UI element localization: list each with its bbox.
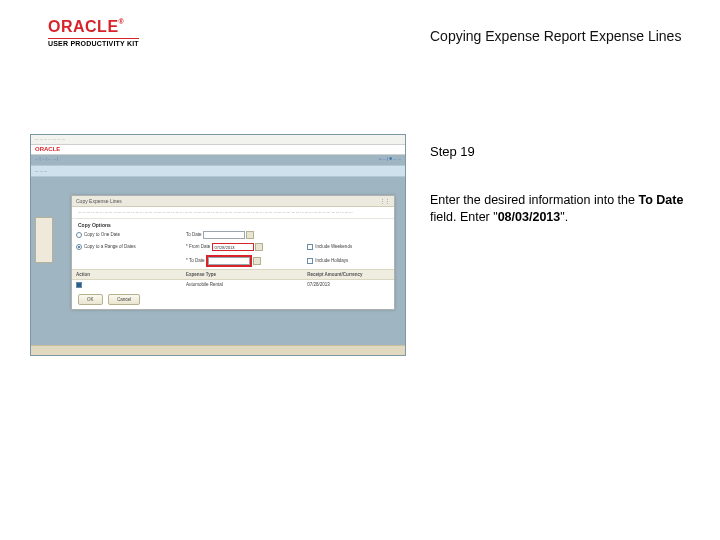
ok-button[interactable]: OK [78,294,103,305]
dialog-footer: OK Cancel [72,290,394,309]
upk-subtitle: USER PRODUCTIVITY KIT [48,38,139,47]
oracle-wordmark: ORACLE® [48,18,139,36]
subnav-left: ... | ... | ... ... | [35,156,58,161]
desc-lead: Enter the desired information into the [430,193,638,207]
radio-range[interactable] [76,244,82,250]
step-label: Step 19 [430,144,475,159]
radio-one-date[interactable] [76,232,82,238]
include-weekends-label: Include Weekends [315,244,352,249]
include-holidays-checkbox[interactable] [307,258,313,264]
calendar-icon[interactable] [246,231,254,239]
single-to-date-label: To Date [186,232,202,237]
radio-one-date-label: Copy to One Date [84,232,120,237]
from-date-input[interactable]: 07/28/2013 [212,243,254,251]
include-weekends-checkbox[interactable] [307,244,313,250]
app-body: Copy Expense Lines ⋮⋮ ... ... ... ... ..… [31,177,405,353]
col-action: Action [72,269,182,279]
row-select-checkbox[interactable] [76,282,82,288]
from-date-label: * From Date [186,244,210,249]
radio-range-label: Copy to a Range of Dates [84,244,136,249]
app-subnav: ... | ... | ... ... | ⌂ ... | ✱ ... ... [31,155,405,165]
desc-mid: field. Enter " [430,210,498,224]
page-title: Copying Expense Report Expense Lines [430,28,681,44]
sidebar-fragment [35,217,53,263]
mini-oracle-logo: ORACLE [35,146,60,152]
brand-text: ORACLE [48,18,119,35]
to-date-highlight [206,255,252,267]
copy-options-table: Copy to One Date To Date Copy to a Range… [72,229,394,290]
single-to-date-input[interactable] [203,231,245,239]
calendar-icon[interactable] [253,257,261,265]
desc-end: ". [560,210,568,224]
include-holidays-label: Include Holidays [315,258,348,263]
col-amount: Receipt Amount/Currency [303,269,394,279]
dialog-title-text: Copy Expense Lines [76,198,122,204]
expense-grid-header: Action Expense Type Receipt Amount/Curre… [72,269,394,279]
desc-value: 08/03/2013 [498,210,561,224]
col-type: Expense Type [182,269,303,279]
step-description: Enter the desired information into the T… [430,192,690,226]
to-date-input[interactable] [208,257,250,265]
embedded-screenshot: ... ... ... ... ... ... ... ORACLE ... |… [30,134,406,356]
cell-expense-date: 07/28/2013 [303,279,394,290]
trademark-symbol: ® [119,18,125,25]
dialog-title: Copy Expense Lines ⋮⋮ [72,196,394,207]
app-footer [31,345,405,355]
calendar-icon[interactable] [255,243,263,251]
copy-expense-lines-dialog: Copy Expense Lines ⋮⋮ ... ... ... ... ..… [71,195,395,310]
breadcrumb-bar: ... ... ... [31,165,405,177]
cancel-button[interactable]: Cancel [108,294,140,305]
browser-toolbar: ... ... ... ... ... ... ... [31,135,405,145]
desc-field-name: To Date [638,193,683,207]
to-date-label: * To Date [186,258,204,263]
drag-grip-icon: ⋮⋮ [380,198,390,204]
subnav-right: ⌂ ... | ✱ ... ... [379,156,401,161]
oracle-upk-logo: ORACLE® USER PRODUCTIVITY KIT [48,18,139,47]
copy-options-label: Copy Options [72,219,394,229]
cell-expense-type: Automobile Rental [182,279,303,290]
dialog-instructions: ... ... ... ... ... ... ... ... ... ... … [72,207,394,219]
expense-grid-row: Automobile Rental 07/28/2013 [72,279,394,290]
app-header: ORACLE [31,145,405,155]
